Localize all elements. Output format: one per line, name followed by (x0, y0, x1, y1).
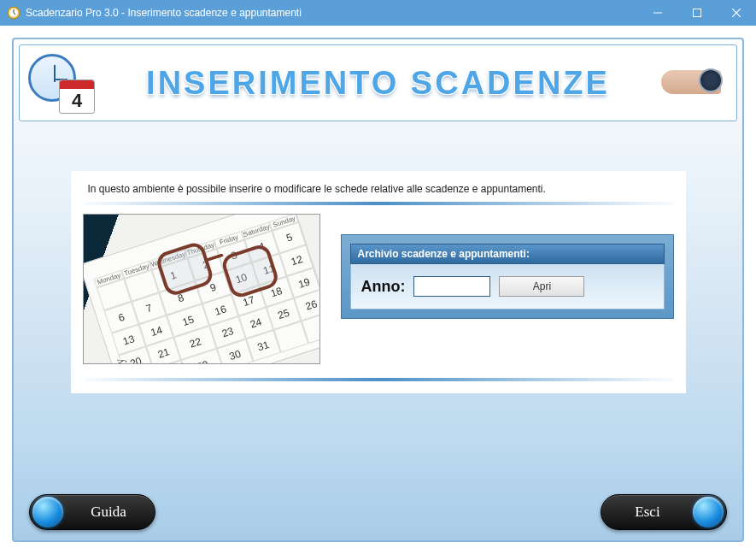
app-icon (7, 6, 21, 20)
clock-calendar-icon: 4 (28, 52, 95, 114)
divider-top (83, 202, 674, 205)
window-controls (638, 0, 756, 26)
maximize-button[interactable] (677, 0, 717, 26)
archive-header: Archivio scadenze e appuntamenti: (350, 244, 665, 264)
header-banner: 4 INSERIMENTO SCADENZE (19, 44, 737, 121)
main-panel: 4 INSERIMENTO SCADENZE In questo ambient… (12, 38, 744, 542)
orb-icon (32, 497, 63, 527)
divider-bottom (83, 378, 674, 381)
wristwatch-icon (661, 62, 728, 104)
help-button[interactable]: Guida (29, 494, 155, 530)
orb-icon (693, 497, 724, 527)
close-button[interactable] (717, 0, 756, 26)
exit-label: Esci (604, 504, 683, 521)
intro-text: In questo ambiente è possibile inserire … (83, 180, 674, 202)
calendar-image: January Monday Tuesday Wednesday Thursda… (83, 214, 320, 364)
open-button[interactable]: Apri (499, 276, 584, 297)
card-body: January Monday Tuesday Wednesday Thursda… (83, 214, 674, 364)
content-area: In questo ambiente è possibile inserire … (14, 121, 742, 494)
footer-buttons: Guida Esci (14, 494, 742, 540)
help-label: Guida (73, 504, 152, 521)
content-card: In questo ambiente è possibile inserire … (71, 171, 686, 393)
window-title: Scadenzario Pro 3.0 - Inserimento scaden… (26, 7, 302, 19)
header-cal-day: 4 (60, 89, 94, 113)
archive-box: Archivio scadenze e appuntamenti: Anno: … (341, 234, 674, 319)
titlebar: Scadenzario Pro 3.0 - Inserimento scaden… (0, 0, 756, 26)
archive-body: Anno: Apri (350, 264, 665, 309)
year-label: Anno: (361, 278, 406, 296)
year-input[interactable] (413, 276, 490, 297)
minimize-button[interactable] (638, 0, 677, 26)
page-title: INSERIMENTO SCADENZE (105, 65, 651, 102)
outer-frame: 4 INSERIMENTO SCADENZE In questo ambient… (0, 26, 756, 554)
svg-rect-3 (694, 9, 701, 17)
archive-panel: Archivio scadenze e appuntamenti: Anno: … (341, 234, 674, 364)
exit-button[interactable]: Esci (601, 494, 727, 530)
